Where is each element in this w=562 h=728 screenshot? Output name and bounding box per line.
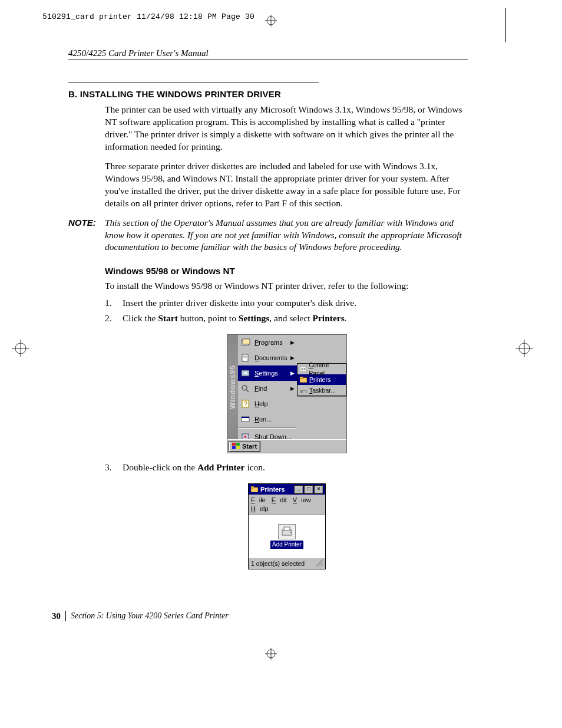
- menu-label: Programs: [254, 338, 283, 347]
- body-paragraph: The printer can be used with virtually a…: [105, 104, 469, 153]
- svg-rect-37: [236, 446, 240, 449]
- text-bold: Printers: [313, 313, 345, 323]
- programs-icon: [240, 338, 251, 347]
- menu-label: Help: [254, 400, 268, 409]
- svg-rect-36: [232, 446, 236, 449]
- submenu-label: Printers: [309, 375, 330, 384]
- settings-submenu: Control Panel Printers Taskbar...: [297, 363, 346, 396]
- menu-item-help[interactable]: ? Help: [238, 396, 297, 411]
- maximize-button[interactable]: □: [304, 485, 313, 494]
- submenu-label: Taskbar...: [309, 386, 336, 394]
- heading-rule: [68, 83, 319, 83]
- step-number: 3.: [105, 462, 123, 474]
- menu-help[interactable]: Help: [251, 505, 269, 512]
- text-bold: Add Printer: [197, 462, 245, 472]
- subheading: Windows 95/98 or Windows NT: [105, 265, 469, 277]
- menu-item-documents[interactable]: Documents ▶: [238, 350, 297, 365]
- svg-rect-41: [284, 527, 290, 531]
- page-content: B. INSTALLING THE WINDOWS PRINTER DRIVER…: [68, 83, 469, 578]
- list-item: 2. Click the Start button, point to Sett…: [105, 312, 469, 325]
- svg-point-19: [242, 386, 247, 390]
- help-icon: ?: [240, 399, 251, 409]
- start-menu: Programs ▶ Documents ▶ Settings ▶ Find ▶: [238, 335, 297, 444]
- settings-icon: [240, 368, 251, 378]
- svg-rect-24: [242, 417, 249, 418]
- menu-item-run[interactable]: Run...: [238, 411, 297, 427]
- page-number: 30: [52, 610, 61, 622]
- add-printer-label[interactable]: Add Printer: [270, 541, 303, 549]
- trim-mark: [505, 8, 506, 42]
- step-number: 1.: [105, 297, 123, 309]
- body-paragraph: Three separate printer driver diskettes …: [105, 160, 469, 210]
- text-run: Click the: [123, 313, 158, 323]
- windows-logo-icon: [232, 443, 240, 450]
- page-footer: 30 Section 5: Using Your 4200 Series Car…: [52, 610, 229, 622]
- status-bar: 1 object(s) selected: [249, 558, 325, 569]
- menu-file[interactable]: File: [251, 496, 266, 503]
- resize-grip-icon[interactable]: [316, 559, 323, 566]
- submenu-arrow-icon: ▶: [290, 339, 295, 346]
- taskbar: Start: [227, 439, 346, 453]
- step-text: Click the Start button, point to Setting…: [123, 312, 469, 325]
- text-bold: Start: [158, 313, 178, 323]
- figure-start-menu: Windows95 Programs ▶ Documents ▶ Setting…: [105, 334, 469, 453]
- menu-bar: File Edit View Help: [249, 495, 325, 515]
- find-icon: [240, 384, 251, 393]
- submenu-arrow-icon: ▶: [290, 370, 295, 377]
- svg-rect-35: [236, 443, 240, 446]
- run-icon: [240, 414, 251, 424]
- step-text: Double-click on the Add Printer icon.: [123, 462, 469, 474]
- note-block: NOTE: This section of the Operator's Man…: [68, 217, 469, 254]
- menu-edit[interactable]: Edit: [272, 496, 287, 503]
- window-client-area: Add Printer: [249, 515, 325, 558]
- footer-divider: [65, 611, 66, 621]
- registration-mark-bottom: [265, 648, 277, 660]
- svg-rect-33: [300, 391, 303, 393]
- menu-separator: [239, 427, 296, 429]
- svg-point-26: [244, 436, 247, 438]
- menu-item-programs[interactable]: Programs ▶: [238, 335, 297, 350]
- body-paragraph: To install the Windows 95/98 or Windows …: [105, 280, 469, 292]
- list-item: 1. Insert the printer driver diskette in…: [105, 297, 469, 309]
- menu-label: Documents: [254, 354, 287, 363]
- submenu-item-taskbar[interactable]: Taskbar...: [297, 385, 346, 396]
- svg-point-18: [244, 372, 247, 374]
- start-label: Start: [242, 442, 257, 451]
- step-text: Insert the printer driver diskette into …: [123, 297, 469, 309]
- submenu-item-control-panel[interactable]: Control Panel: [297, 364, 346, 374]
- svg-line-20: [246, 390, 249, 392]
- svg-point-29: [303, 368, 305, 370]
- add-printer-icon[interactable]: [278, 524, 296, 539]
- registration-mark-right: [515, 340, 533, 357]
- minimize-button[interactable]: _: [294, 485, 303, 494]
- print-slug: 510291_card printer 11/24/98 12:18 PM Pa…: [42, 12, 254, 22]
- menu-item-find[interactable]: Find ▶: [238, 381, 297, 396]
- step-list: 3. Double-click on the Add Printer icon.: [105, 462, 469, 474]
- printers-folder-icon: [299, 376, 308, 383]
- taskbar-icon: [299, 387, 308, 394]
- svg-point-42: [290, 532, 291, 533]
- text-run: icon.: [245, 462, 265, 472]
- section-heading-b: B. INSTALLING THE WINDOWS PRINTER DRIVER: [68, 88, 469, 100]
- menu-label: Run...: [254, 415, 272, 424]
- menu-item-settings[interactable]: Settings ▶: [238, 365, 297, 381]
- registration-mark-left: [12, 340, 29, 357]
- svg-rect-34: [232, 443, 236, 446]
- svg-text:?: ?: [244, 401, 247, 407]
- svg-point-28: [301, 368, 303, 370]
- svg-rect-31: [300, 377, 303, 378]
- windows95-sidebar: Windows95: [227, 335, 238, 440]
- text-run: .: [345, 313, 347, 323]
- menu-view[interactable]: View: [293, 496, 311, 503]
- svg-rect-14: [242, 354, 248, 361]
- svg-rect-27: [300, 366, 307, 372]
- close-button[interactable]: ×: [314, 485, 323, 494]
- menu-label: Settings: [254, 369, 278, 378]
- printers-folder-icon: [250, 486, 259, 493]
- figure-printers-window: Printers _ □ × File Edit View Help Add P…: [105, 483, 469, 569]
- status-text: 1 object(s) selected: [251, 559, 305, 568]
- submenu-label: Control Panel: [309, 361, 344, 377]
- step-list: 1. Insert the printer driver diskette in…: [105, 297, 469, 325]
- start-button[interactable]: Start: [229, 441, 260, 452]
- note-label: NOTE:: [68, 217, 105, 254]
